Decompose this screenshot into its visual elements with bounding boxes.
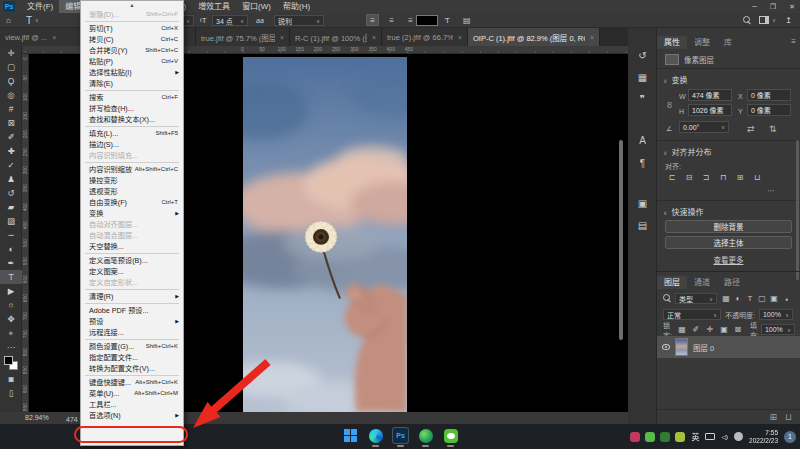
notification-badge[interactable]: 1 [784,431,796,443]
layer-visibility-eye-icon[interactable] [662,344,670,350]
link-dimensions-icon[interactable]: 8 [667,100,672,110]
menu-item-puppet-warp[interactable]: 操控变形 [81,175,183,186]
tray-animal-icon[interactable] [734,432,743,441]
display-icon[interactable] [705,433,715,440]
menu-item-content-aware-fill[interactable]: 内容识别填充... [81,150,183,161]
text-color-swatch[interactable] [416,15,438,26]
menu-item-transform[interactable]: 变换▶ [81,208,183,219]
tab-close-icon[interactable]: × [590,34,594,41]
share-button[interactable]: ↥ [785,13,792,27]
foreground-color-swatch[interactable] [4,356,13,365]
quick-mask-button[interactable]: ◙ [0,372,22,386]
vertical-scrollbar[interactable] [619,140,623,340]
edit-toolbar-button[interactable]: ⋯ [0,340,22,354]
menu-item-find-replace[interactable]: 查找和替换文本(X)... [81,114,183,125]
document-tab[interactable]: OIP-C (1).jfif @ 82.9% (图层 0, RGB/8#) *× [468,28,600,46]
menubar-window[interactable]: 窗口(W) [236,0,277,13]
quick-actions-section-header[interactable]: ∨快速操作 [663,206,703,217]
anti-alias-select[interactable]: 锐利∨ [274,15,324,26]
lock-pixels-icon[interactable]: ✐ [690,325,702,334]
layer-name[interactable]: 图层 0 [693,342,714,353]
menu-item-sky-replacement[interactable]: 天空替换... [81,241,183,252]
lock-artboard-icon[interactable]: ▣ [718,325,730,334]
restore-button[interactable]: ❐ [770,0,776,13]
flip-horizontal-icon[interactable]: ⇄ [747,124,755,134]
layer-comps-panel-icon[interactable]: ▣ [628,194,657,212]
menu-item-adobe-pdf-presets[interactable]: Adobe PDF 预设... [81,305,183,316]
menu-item-presets[interactable]: 预设▶ [81,316,183,327]
transform-section-header[interactable]: ∨变换 [663,74,687,85]
lock-transparent-icon[interactable]: ▦ [676,325,688,334]
zoom-tool[interactable]: ⌖ [0,326,22,340]
warp-text-button[interactable]: Ƭ [445,13,450,27]
brush-tool[interactable]: ✓ [0,158,22,172]
menu-item-fade[interactable]: 渐隐(D)...Shift+Ctrl+F [81,9,183,20]
align-left-edges-icon[interactable]: ⊏ [665,172,679,182]
delete-layer-icon[interactable]: ⊔ [785,412,792,422]
menu-item-spell-check[interactable]: 拼写检查(H)... [81,103,183,114]
taskbar-browser[interactable] [417,427,434,444]
eraser-tool[interactable]: ▰ [0,200,22,214]
character-panel-icon[interactable]: A [628,131,657,149]
search-button[interactable] [743,13,752,27]
tab-close-icon[interactable]: × [52,34,56,41]
taskbar-photoshop[interactable]: Ps [392,427,409,444]
align-center-button[interactable]: ≡ [385,14,398,26]
menu-item-perspective-warp[interactable]: 透视变形 [81,186,183,197]
menu-item-copy[interactable]: 拷贝(C)Ctrl+C [81,34,183,45]
menubar-help[interactable]: 帮助(H) [277,0,316,13]
dodge-tool[interactable]: ◐ [0,242,22,256]
filter-switch-icon[interactable]: ● [785,296,788,302]
taskbar-wechat[interactable] [442,427,459,444]
tray-app-1[interactable] [630,432,640,442]
tool-preset-picker[interactable]: T∨ [26,13,39,27]
menu-item-clear[interactable]: 清除(E) [81,78,183,89]
spot-healing-tool[interactable]: ✚ [0,144,22,158]
crop-tool[interactable]: # [0,102,22,116]
distribute-more-icon[interactable]: ⋯ [767,186,775,195]
filter-shape-layers-icon[interactable]: ▢ [756,294,768,303]
lock-all-icon[interactable]: ⊠ [732,325,744,334]
history-panel-icon[interactable]: ↺ [628,46,657,64]
panel-scrollbar[interactable] [796,140,799,280]
menu-item-auto-blend-layers[interactable]: 自动混合图层... [81,230,183,241]
menu-item-fill[interactable]: 填充(L)...Shift+F5 [81,128,183,139]
menubar-file[interactable]: 文件(F) [21,0,59,13]
eyedropper-tool[interactable]: ✐ [0,130,22,144]
menu-item-content-aware-scale[interactable]: 内容识别缩放Alt+Shift+Ctrl+C [81,164,183,175]
document-tab[interactable]: true (2).jfif @ 66.7%(RG...× [382,28,468,46]
home-button[interactable]: ⌂ [6,13,11,27]
pen-tool[interactable]: ✒ [0,256,22,270]
x-field[interactable]: 0 像素 [747,89,791,101]
toggle-panels-button[interactable]: ▤ [463,13,471,27]
workspace-picker[interactable]: ∨ [759,13,776,27]
menu-item-purge[interactable]: 清理(R)▶ [81,291,183,302]
hand-tool[interactable]: ✥ [0,312,22,326]
comments-panel-icon[interactable]: ❞ [628,89,657,107]
paragraph-panel-icon[interactable]: ¶ [628,154,657,172]
ime-indicator[interactable]: 英 [691,431,699,442]
align-right-edges-icon[interactable]: ⊐ [699,172,713,182]
see-more-link[interactable]: 查看更多 [657,254,800,265]
menu-item-paste[interactable]: 粘贴(P)Ctrl+V [81,56,183,67]
tab-close-icon[interactable]: × [280,34,284,41]
filter-adjustment-layers-icon[interactable]: ◐ [732,294,744,303]
y-field[interactable]: 0 像素 [747,104,791,116]
width-field[interactable]: 474 像素 [688,89,732,101]
tray-app-2[interactable] [645,432,655,442]
layer-filter-select[interactable]: 类型∨ [675,293,717,304]
align-left-button[interactable]: ≡ [366,14,379,26]
menu-item-copy-merged[interactable]: 合并拷贝(Y)Shift+Ctrl+C [81,45,183,56]
tray-app-4[interactable] [675,432,685,442]
menu-item-remote-connections[interactable]: 远程连接... [81,327,183,338]
menu-item-auto-align-layers[interactable]: 自动对齐图层... [81,219,183,230]
start-button[interactable] [342,427,359,444]
new-layer-icon[interactable]: ⊞ [769,412,777,422]
select-subject-button[interactable]: 选择主体 [665,236,792,249]
tray-app-3[interactable] [660,432,670,442]
align-vertical-centers-icon[interactable]: ⊞ [733,172,747,182]
menu-item-search[interactable]: 搜索Ctrl+F [81,92,183,103]
fill-select[interactable]: 100%∨ [761,324,795,335]
speaker-icon[interactable]: ◁) [721,433,728,440]
align-horizontal-centers-icon[interactable]: ⊟ [682,172,696,182]
